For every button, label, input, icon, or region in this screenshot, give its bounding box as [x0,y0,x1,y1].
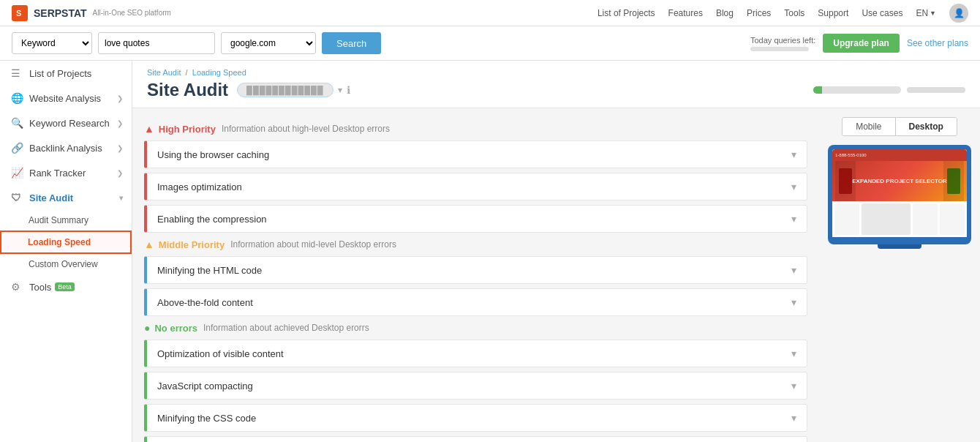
sidebar-item-backlink-analysis[interactable]: 🔗 Backlink Analysis ❯ [0,135,132,160]
page-header: Site Audit / Loading Speed Site Audit ██… [132,61,980,108]
brand-tagline: All-in-One SEO platform [93,9,171,18]
screen-col-3 [913,203,938,235]
top-navigation: S SERPSTAT All-in-One SEO platform List … [0,0,980,26]
sidebar-sub-loading-speed[interactable]: Loading Speed [0,231,132,254]
nav-list-projects[interactable]: List of Projects [598,8,655,18]
nav-blog[interactable]: Blog [716,8,734,18]
sidebar-item-website-analysis[interactable]: 🌐 Website Analysis ❯ [0,86,132,110]
sidebar-sub-audit-summary[interactable]: Audit Summary [0,210,132,231]
no-errors-icon: ● [144,322,150,334]
sidebar-item-site-audit[interactable]: 🛡 Site Audit ▾ [0,185,132,210]
issue-row-minify-css[interactable]: Minifying the CSS code ▾ [144,404,807,432]
score-fill [813,86,822,94]
sidebar-label-tools: Tools [29,282,51,293]
sidebar-sub-custom-overview[interactable]: Custom Overview [0,254,132,274]
score-bar [813,86,901,94]
see-plans-link[interactable]: See other plans [907,38,968,48]
laptop-base [828,237,971,244]
high-priority-label: High Priority [159,124,216,135]
sidebar-label-website-analysis: Website Analysis [29,93,101,104]
laptop-preview: 1-888-555-0100 EXPANDED PROJECT SELECTOR [828,145,971,249]
brand-name: SERPSTAT [34,7,87,19]
desktop-button[interactable]: Desktop [896,118,957,135]
chevron-right-icon: ❯ [117,94,123,102]
sidebar-item-tools[interactable]: ⚙ Tools Beta [0,274,132,299]
issue-row-above-fold[interactable]: Above-the-fold content ▾ [144,288,807,316]
chevron-down-icon: ▾ [791,296,796,308]
queries-label: Today queries left: [750,35,815,45]
screen-content-bottom [832,201,967,237]
screen-col-4 [940,203,965,235]
nav-prices[interactable]: Prices [747,8,771,18]
search-input[interactable] [98,32,215,54]
issue-row-server-response[interactable]: Server response time ▾ [144,436,807,442]
screen-hero-text: EXPANDED PROJECT SELECTOR [852,178,947,185]
search-bar-right: Today queries left: Upgrade plan See oth… [750,34,968,53]
nav-features[interactable]: Features [668,8,703,18]
nav-use-cases[interactable]: Use cases [862,8,902,18]
sidebar-label-list-projects: List of Projects [29,68,91,79]
laptop-body: 1-888-555-0100 EXPANDED PROJECT SELECTOR [828,145,971,237]
chevron-down-icon: ▾ [791,348,796,359]
screen-content: 1-888-555-0100 EXPANDED PROJECT SELECTOR [832,149,967,237]
custom-overview-label: Custom Overview [29,259,98,269]
high-priority-desc: Information about high-level Desktop err… [222,124,390,134]
medium-priority-icon: ▲ [144,239,154,250]
issue-row-visible-content[interactable]: Optimization of visible content ▾ [144,340,807,367]
issue-label: Minifying the CSS code [157,413,791,424]
content-area: Site Audit / Loading Speed Site Audit ██… [132,61,980,442]
issue-label: Enabling the compression [157,214,791,225]
queries-bar [750,47,809,51]
medium-priority-desc: Information about mid-level Desktop erro… [230,239,396,250]
search-button[interactable]: Search [322,32,381,54]
sidebar-item-keyword-research[interactable]: 🔍 Keyword Research ❯ [0,110,132,135]
sidebar: ☰ List of Projects 🌐 Website Analysis ❯ … [0,61,132,442]
main-layout: ☰ List of Projects 🌐 Website Analysis ❯ … [0,61,980,442]
domain-pill: ████████████ ▾ ℹ [237,83,350,97]
hero-right-figure [943,161,964,201]
domain-dropdown-icon[interactable]: ▾ [338,85,342,95]
issue-label: Minifying the HTML code [157,265,791,276]
search-icon: 🔍 [11,117,24,129]
link-icon: 🔗 [11,142,24,154]
breadcrumb-child: Loading Speed [192,68,246,77]
user-avatar[interactable]: 👤 [949,4,968,23]
laptop-screen: 1-888-555-0100 EXPANDED PROJECT SELECTOR [832,149,967,237]
topbar-text: 1-888-555-0100 [835,153,867,157]
domain-tag: ████████████ [237,83,333,97]
nav-support[interactable]: Support [818,8,848,18]
beta-badge: Beta [55,282,75,291]
issue-row-browser-caching[interactable]: Using the browser caching ▾ [144,141,807,168]
chevron-down-icon: ▾ [791,264,796,276]
sidebar-label-site-audit: Site Audit [29,192,73,203]
issue-row-js-compacting[interactable]: JavaScript compacting ▾ [144,372,807,400]
issue-row-images-optimization[interactable]: Images optimization ▾ [144,173,807,201]
mobile-button[interactable]: Mobile [843,118,895,135]
medium-priority-header: ▲ Middle Priority Information about mid-… [144,239,807,250]
top-nav-links: List of Projects Features Blog Prices To… [598,4,968,23]
issue-label: Above-the-fold content [157,297,791,308]
sidebar-item-list-projects[interactable]: ☰ List of Projects [0,61,132,86]
sidebar-label-backlink-analysis: Backlink Analysis [29,143,102,154]
search-type-select[interactable]: Keyword [12,32,92,54]
chevron-down-icon: ▾ [791,149,796,160]
nav-tools[interactable]: Tools [784,8,804,18]
shield-icon: 🛡 [11,192,24,203]
loading-speed-label: Loading Speed [28,237,91,247]
upgrade-button[interactable]: Upgrade plan [823,34,900,53]
issue-row-compression[interactable]: Enabling the compression ▾ [144,205,807,233]
chevron-right-icon: ❯ [117,169,123,177]
issue-row-minify-html[interactable]: Minifying the HTML code ▾ [144,256,807,284]
breadcrumb-parent[interactable]: Site Audit [147,68,181,77]
info-icon[interactable]: ℹ [347,84,350,96]
chevron-down-icon: ▾ [791,412,796,424]
chevron-down-icon: ▾ [119,194,123,202]
chevron-down-icon: ▾ [791,213,796,225]
queries-info: Today queries left: [750,35,815,51]
language-selector[interactable]: EN ▼ [916,8,936,18]
domain-select[interactable]: google.com [221,32,316,54]
chevron-down-icon: ▾ [791,380,796,392]
svg-text:S: S [16,9,21,18]
sidebar-item-rank-tracker[interactable]: 📈 Rank Tracker ❯ [0,160,132,185]
page-title-row: Site Audit ████████████ ▾ ℹ [147,80,965,108]
